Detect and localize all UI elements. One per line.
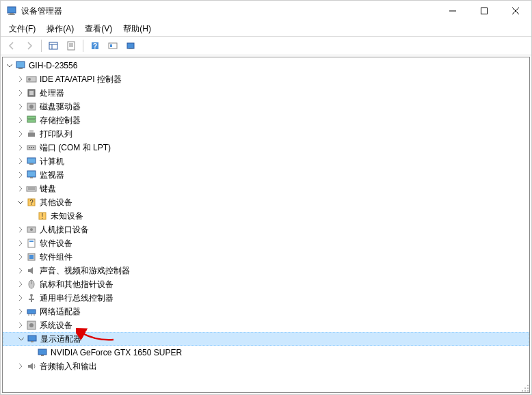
collapse-icon[interactable] <box>15 197 26 208</box>
scan-button[interactable] <box>122 38 139 53</box>
expand-icon[interactable] <box>15 265 26 276</box>
expand-icon[interactable] <box>15 115 26 126</box>
tree-node-other[interactable]: ? 其他设备 <box>3 195 529 209</box>
tree-node-mouse[interactable]: 鼠标和其他指针设备 <box>3 277 529 291</box>
properties-button[interactable] <box>63 38 79 53</box>
expand-icon[interactable] <box>15 169 26 180</box>
unknown-icon: ! <box>37 210 48 221</box>
tree-node-sound[interactable]: 声音、视频和游戏控制器 <box>3 264 529 277</box>
help-button[interactable]: ? <box>87 38 103 53</box>
action-button[interactable] <box>105 38 121 53</box>
svg-point-72 <box>524 390 526 392</box>
svg-rect-36 <box>27 158 36 163</box>
tree-node-label: 键盘 <box>40 183 59 195</box>
tree-node-printer[interactable]: 打印队列 <box>3 127 529 141</box>
tree-node-audio[interactable]: 音频输入和输出 <box>3 359 529 373</box>
menu-help[interactable]: 帮助(H) <box>118 22 157 36</box>
tree-node-cpu[interactable]: 处理器 <box>3 86 529 100</box>
expand-icon[interactable] <box>15 101 26 112</box>
svg-rect-1 <box>10 13 14 14</box>
tree-node-label: 计算机 <box>40 156 67 167</box>
tree-node-child[interactable]: ! 未知设备 <box>3 209 529 223</box>
tree-node-child[interactable]: NVIDIA GeForce GTX 1650 SUPER <box>3 346 529 359</box>
tree-node-label: 软件设备 <box>40 238 75 249</box>
close-button[interactable] <box>500 1 531 21</box>
tree-node-label: 端口 (COM 和 LPT) <box>40 142 114 154</box>
svg-point-35 <box>33 147 34 148</box>
other-icon: ? <box>26 197 37 208</box>
tree-node-label: 软件组件 <box>40 251 75 263</box>
tree-node-label: 未知设备 <box>51 210 86 222</box>
svg-point-63 <box>29 323 34 327</box>
expand-icon[interactable] <box>15 224 26 235</box>
tree-node-label: 系统设备 <box>40 320 75 331</box>
system-icon <box>26 320 37 331</box>
menu-action[interactable]: 操作(A) <box>41 22 79 36</box>
tree-node-storage[interactable]: 存储控制器 <box>3 113 529 127</box>
expand-icon[interactable] <box>15 361 26 372</box>
tree-node-port[interactable]: 端口 (COM 和 LPT) <box>3 141 529 154</box>
tree-node-computer[interactable]: 计算机 <box>3 154 529 168</box>
collapse-icon[interactable] <box>4 60 15 71</box>
expand-icon[interactable] <box>15 279 26 290</box>
tree-node-monitor[interactable]: 监视器 <box>3 168 529 182</box>
tree-node-label: 其他设备 <box>40 197 75 208</box>
resize-grip[interactable] <box>520 383 530 393</box>
svg-rect-31 <box>29 130 34 133</box>
svg-rect-49 <box>28 239 35 247</box>
ide-icon <box>26 74 37 85</box>
tree-node-display[interactable]: 显示适配器 <box>3 332 529 346</box>
tree-node-system[interactable]: 系统设备 <box>3 318 529 332</box>
tree-node-label: 鼠标和其他指针设备 <box>40 279 116 290</box>
svg-point-73 <box>527 390 529 392</box>
tree-node-network[interactable]: 网络适配器 <box>3 305 529 318</box>
svg-rect-65 <box>31 341 34 342</box>
show-hidden-button[interactable] <box>45 38 62 53</box>
device-tree[interactable]: GIH-D-23556 IDE ATA/ATAPI 控制器 处理器 磁盘驱动器 … <box>2 57 530 393</box>
tree-node-component[interactable]: 软件组件 <box>3 250 529 264</box>
expand-icon[interactable] <box>15 142 26 153</box>
collapse-icon[interactable] <box>16 333 27 344</box>
tree-node-software[interactable]: 软件设备 <box>3 236 529 250</box>
expand-icon[interactable] <box>15 156 26 167</box>
svg-rect-30 <box>28 133 35 137</box>
tree-node-usb[interactable]: 通用串行总线控制器 <box>3 291 529 305</box>
audio-icon <box>26 361 37 372</box>
usb-icon <box>26 292 37 303</box>
tree-node-disk[interactable]: 磁盘驱动器 <box>3 100 529 113</box>
svg-rect-50 <box>29 241 34 242</box>
tree-node-label: 磁盘驱动器 <box>40 101 83 113</box>
svg-rect-28 <box>27 116 36 119</box>
tree-node-label: 处理器 <box>40 87 67 99</box>
app-icon <box>6 5 17 16</box>
expand-icon[interactable] <box>15 128 26 139</box>
expand-icon[interactable] <box>15 306 26 317</box>
expand-icon[interactable] <box>15 292 26 303</box>
tree-node-ide[interactable]: IDE ATA/ATAPI 控制器 <box>3 72 529 86</box>
minimize-button[interactable] <box>437 1 468 21</box>
menu-file[interactable]: 文件(F) <box>3 22 41 36</box>
tree-node-label: 打印队列 <box>40 128 75 140</box>
disk-icon <box>26 101 37 112</box>
maximize-button[interactable] <box>468 1 500 21</box>
network-icon <box>26 306 37 317</box>
menu-view[interactable]: 查看(V) <box>79 22 118 36</box>
menubar: 文件(F) 操作(A) 查看(V) 帮助(H) <box>1 21 531 36</box>
expand-icon[interactable] <box>15 183 26 194</box>
expand-icon[interactable] <box>15 74 26 85</box>
svg-rect-29 <box>27 120 36 122</box>
tree-node-label: 声音、视频和游戏控制器 <box>40 265 133 277</box>
expand-icon[interactable] <box>15 238 26 249</box>
tree-root-node[interactable]: GIH-D-23556 <box>3 59 529 72</box>
back-button[interactable] <box>3 38 20 53</box>
tree-node-keyboard[interactable]: 键盘 <box>3 182 529 195</box>
tree-node-hid[interactable]: 人机接口设备 <box>3 223 529 236</box>
tree-node-label: 人机接口设备 <box>40 224 92 236</box>
forward-button[interactable] <box>21 38 38 53</box>
component-icon <box>26 251 37 262</box>
svg-point-23 <box>28 78 31 81</box>
expand-icon[interactable] <box>15 320 26 331</box>
expand-icon[interactable] <box>15 87 26 98</box>
expand-icon[interactable] <box>15 251 26 262</box>
svg-point-34 <box>31 147 32 148</box>
